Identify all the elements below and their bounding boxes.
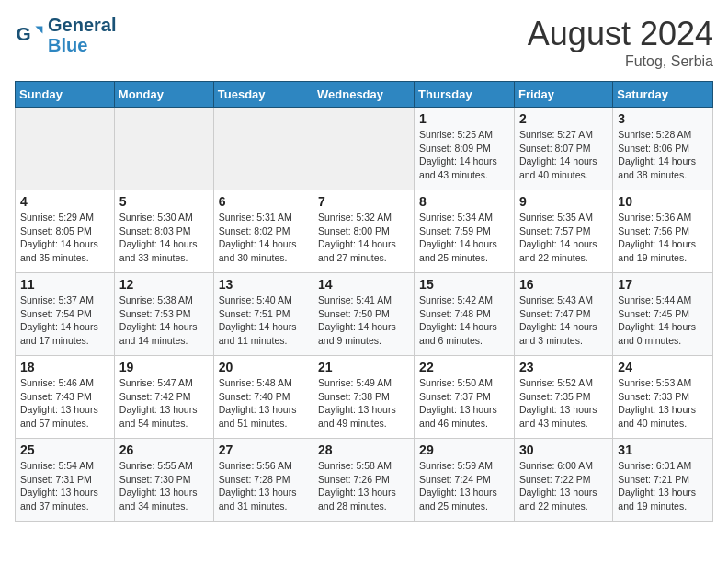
day-cell: 10Sunrise: 5:36 AM Sunset: 7:56 PM Dayli… <box>613 190 713 273</box>
day-info: Sunrise: 5:59 AM Sunset: 7:24 PM Dayligh… <box>419 459 509 513</box>
day-number: 24 <box>618 360 708 374</box>
day-cell: 20Sunrise: 5:48 AM Sunset: 7:40 PM Dayli… <box>213 356 313 439</box>
day-cell: 19Sunrise: 5:47 AM Sunset: 7:42 PM Dayli… <box>114 356 213 439</box>
logo-text: General <box>48 15 116 35</box>
day-info: Sunrise: 5:29 AM Sunset: 8:05 PM Dayligh… <box>20 211 109 265</box>
day-info: Sunrise: 5:31 AM Sunset: 8:02 PM Dayligh… <box>219 211 308 265</box>
day-number: 8 <box>419 194 509 209</box>
weekday-header-thursday: Thursday <box>415 82 515 108</box>
day-info: Sunrise: 6:00 AM Sunset: 7:22 PM Dayligh… <box>519 459 608 513</box>
day-info: Sunrise: 5:27 AM Sunset: 8:07 PM Dayligh… <box>519 128 608 182</box>
day-cell: 13Sunrise: 5:40 AM Sunset: 7:51 PM Dayli… <box>213 273 313 356</box>
title-block: August 2024 Futog, Serbia <box>528 15 713 70</box>
day-cell: 6Sunrise: 5:31 AM Sunset: 8:02 PM Daylig… <box>213 190 313 273</box>
day-number: 31 <box>618 442 708 457</box>
day-cell: 25Sunrise: 5:54 AM Sunset: 7:31 PM Dayli… <box>16 439 115 522</box>
calendar-table: SundayMondayTuesdayWednesdayThursdayFrid… <box>15 81 713 522</box>
day-number: 17 <box>618 277 708 292</box>
day-cell: 3Sunrise: 5:28 AM Sunset: 8:06 PM Daylig… <box>613 108 713 190</box>
day-cell: 14Sunrise: 5:41 AM Sunset: 7:50 PM Dayli… <box>313 273 415 356</box>
day-number: 4 <box>20 194 109 209</box>
day-cell: 16Sunrise: 5:43 AM Sunset: 7:47 PM Dayli… <box>514 273 612 356</box>
location-title: Futog, Serbia <box>528 53 713 70</box>
day-cell: 12Sunrise: 5:38 AM Sunset: 7:53 PM Dayli… <box>114 273 213 356</box>
week-row-3: 11Sunrise: 5:37 AM Sunset: 7:54 PM Dayli… <box>16 273 713 356</box>
day-cell: 24Sunrise: 5:53 AM Sunset: 7:33 PM Dayli… <box>613 356 713 439</box>
day-cell: 29Sunrise: 5:59 AM Sunset: 7:24 PM Dayli… <box>415 439 515 522</box>
day-number: 10 <box>618 194 708 209</box>
weekday-header-monday: Monday <box>114 82 213 108</box>
day-info: Sunrise: 5:37 AM Sunset: 7:54 PM Dayligh… <box>20 293 109 348</box>
day-number: 7 <box>318 194 409 209</box>
day-cell <box>114 108 213 190</box>
day-number: 22 <box>419 360 509 374</box>
day-number: 14 <box>318 277 409 292</box>
week-row-5: 25Sunrise: 5:54 AM Sunset: 7:31 PM Dayli… <box>16 439 713 522</box>
day-cell: 7Sunrise: 5:32 AM Sunset: 8:00 PM Daylig… <box>313 190 415 273</box>
day-cell: 30Sunrise: 6:00 AM Sunset: 7:22 PM Dayli… <box>514 439 612 522</box>
day-info: Sunrise: 5:47 AM Sunset: 7:42 PM Dayligh… <box>119 376 209 431</box>
day-number: 28 <box>318 442 409 457</box>
day-cell: 5Sunrise: 5:30 AM Sunset: 8:03 PM Daylig… <box>114 190 213 273</box>
svg-text:G: G <box>17 23 31 44</box>
day-info: Sunrise: 5:34 AM Sunset: 7:59 PM Dayligh… <box>419 211 509 265</box>
day-info: Sunrise: 5:43 AM Sunset: 7:47 PM Dayligh… <box>519 293 608 348</box>
day-info: Sunrise: 5:32 AM Sunset: 8:00 PM Dayligh… <box>318 211 409 265</box>
day-info: Sunrise: 5:40 AM Sunset: 7:51 PM Dayligh… <box>219 293 308 348</box>
weekday-header-wednesday: Wednesday <box>313 82 415 108</box>
day-cell: 17Sunrise: 5:44 AM Sunset: 7:45 PM Dayli… <box>613 273 713 356</box>
day-info: Sunrise: 5:30 AM Sunset: 8:03 PM Dayligh… <box>119 211 209 265</box>
day-cell: 31Sunrise: 6:01 AM Sunset: 7:21 PM Dayli… <box>613 439 713 522</box>
day-info: Sunrise: 5:52 AM Sunset: 7:35 PM Dayligh… <box>519 376 608 431</box>
page-header: G General Blue August 2024 Futog, Serbia <box>15 15 713 70</box>
day-number: 6 <box>219 194 308 209</box>
day-number: 23 <box>519 360 608 374</box>
day-number: 3 <box>618 111 708 126</box>
day-number: 27 <box>219 442 308 457</box>
day-number: 25 <box>20 442 109 457</box>
weekday-header-sunday: Sunday <box>16 82 115 108</box>
month-year-title: August 2024 <box>528 15 713 53</box>
day-info: Sunrise: 5:56 AM Sunset: 7:28 PM Dayligh… <box>219 459 308 513</box>
day-info: Sunrise: 5:35 AM Sunset: 7:57 PM Dayligh… <box>519 211 608 265</box>
day-info: Sunrise: 5:42 AM Sunset: 7:48 PM Dayligh… <box>419 293 509 348</box>
day-number: 9 <box>519 194 608 209</box>
day-info: Sunrise: 5:55 AM Sunset: 7:30 PM Dayligh… <box>119 459 209 513</box>
day-cell: 26Sunrise: 5:55 AM Sunset: 7:30 PM Dayli… <box>114 439 213 522</box>
day-info: Sunrise: 5:53 AM Sunset: 7:33 PM Dayligh… <box>618 376 708 431</box>
day-cell: 28Sunrise: 5:58 AM Sunset: 7:26 PM Dayli… <box>313 439 415 522</box>
logo-subtext: Blue <box>48 35 116 55</box>
day-cell: 22Sunrise: 5:50 AM Sunset: 7:37 PM Dayli… <box>415 356 515 439</box>
day-number: 12 <box>119 277 209 292</box>
day-cell: 11Sunrise: 5:37 AM Sunset: 7:54 PM Dayli… <box>16 273 115 356</box>
day-cell: 4Sunrise: 5:29 AM Sunset: 8:05 PM Daylig… <box>16 190 115 273</box>
week-row-2: 4Sunrise: 5:29 AM Sunset: 8:05 PM Daylig… <box>16 190 713 273</box>
day-info: Sunrise: 5:28 AM Sunset: 8:06 PM Dayligh… <box>618 128 708 182</box>
logo-icon: G <box>15 20 44 50</box>
day-cell: 2Sunrise: 5:27 AM Sunset: 8:07 PM Daylig… <box>514 108 612 190</box>
week-row-1: 1Sunrise: 5:25 AM Sunset: 8:09 PM Daylig… <box>16 108 713 190</box>
day-number: 16 <box>519 277 608 292</box>
svg-marker-1 <box>35 26 42 33</box>
day-info: Sunrise: 5:41 AM Sunset: 7:50 PM Dayligh… <box>318 293 409 348</box>
day-cell: 1Sunrise: 5:25 AM Sunset: 8:09 PM Daylig… <box>415 108 515 190</box>
day-number: 1 <box>419 111 509 126</box>
weekday-header-saturday: Saturday <box>613 82 713 108</box>
day-info: Sunrise: 5:25 AM Sunset: 8:09 PM Dayligh… <box>419 128 509 182</box>
week-row-4: 18Sunrise: 5:46 AM Sunset: 7:43 PM Dayli… <box>16 356 713 439</box>
day-info: Sunrise: 5:46 AM Sunset: 7:43 PM Dayligh… <box>20 376 109 431</box>
day-info: Sunrise: 6:01 AM Sunset: 7:21 PM Dayligh… <box>618 459 708 513</box>
day-info: Sunrise: 5:54 AM Sunset: 7:31 PM Dayligh… <box>20 459 109 513</box>
day-number: 11 <box>20 277 109 292</box>
day-number: 13 <box>219 277 308 292</box>
day-cell: 15Sunrise: 5:42 AM Sunset: 7:48 PM Dayli… <box>415 273 515 356</box>
day-cell <box>313 108 415 190</box>
logo: G General Blue <box>15 15 116 55</box>
weekday-header-friday: Friday <box>514 82 612 108</box>
day-number: 30 <box>519 442 608 457</box>
day-cell <box>16 108 115 190</box>
day-number: 19 <box>119 360 209 374</box>
day-info: Sunrise: 5:58 AM Sunset: 7:26 PM Dayligh… <box>318 459 409 513</box>
day-cell: 27Sunrise: 5:56 AM Sunset: 7:28 PM Dayli… <box>213 439 313 522</box>
day-info: Sunrise: 5:36 AM Sunset: 7:56 PM Dayligh… <box>618 211 708 265</box>
